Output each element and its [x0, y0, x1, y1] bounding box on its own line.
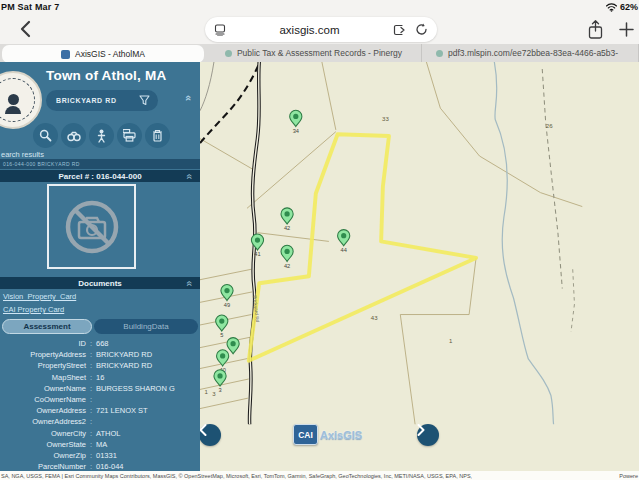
search-tool-icon[interactable]: [33, 123, 58, 148]
town-boundary-line: [542, 69, 562, 288]
tab-label: AxisGIS - AtholMA: [75, 49, 145, 59]
assessment-row: CoOwnerName:: [0, 394, 200, 405]
documents-heading: Documents: [78, 279, 122, 288]
result-pin-marker[interactable]: [281, 208, 293, 224]
url-text[interactable]: axisgis.com: [226, 24, 393, 36]
parcel-number-label: 26: [546, 122, 553, 129]
pan-right-button[interactable]: [417, 424, 439, 446]
result-pin-marker[interactable]: [217, 350, 229, 366]
map-canvas: Brickyard Rd 332643113 3442414244495403: [200, 62, 639, 480]
result-pin-marker[interactable]: [214, 370, 226, 386]
parcel-number-heading: Parcel # : 016-044-000: [58, 172, 141, 181]
tab-favicon-dot: [225, 50, 232, 57]
print-icon[interactable]: [117, 123, 142, 148]
marker-number-label: 34: [293, 128, 299, 134]
cai-axisgis-watermark: CAI AxisGIS: [293, 424, 362, 445]
collapse-section-icon[interactable]: «: [185, 281, 196, 287]
axisgis-wordmark: AxisGIS: [320, 429, 362, 441]
marker-number-label: 41: [254, 251, 260, 257]
assessment-row: OwnerState:MA: [0, 439, 200, 450]
trail-edge: [200, 62, 214, 111]
status-clock: PM Sat Mar 7: [0, 2, 59, 12]
address-bar[interactable]: axisgis.com: [205, 17, 437, 42]
tab-mlspin[interactable]: pdf3.mlspin.com/ee72bbea-83ea-4466-a5b3-: [422, 44, 639, 62]
parcel-number-label: 3: [212, 390, 216, 397]
trail-dashed: [200, 65, 258, 143]
parcel-number-label: 1: [449, 337, 453, 344]
vision-property-card-link[interactable]: Vision_Property_Card: [3, 292, 76, 301]
assessment-row: OwnerAddress:721 LENOX ST: [0, 405, 200, 416]
result-pin-marker[interactable]: [216, 315, 228, 331]
back-icon[interactable]: [14, 18, 36, 40]
tab-pinergy[interactable]: Public Tax & Assessment Records - Pinerg…: [206, 44, 422, 62]
town-seal-logo: [0, 71, 42, 129]
new-tab-icon[interactable]: [615, 17, 637, 41]
result-pin-marker[interactable]: [227, 338, 239, 354]
assessment-row: ParcelNumber:016-044: [0, 461, 200, 471]
result-pin-marker[interactable]: [290, 110, 302, 126]
attribution-powered-by: Powere: [619, 473, 639, 479]
search-result-row[interactable]: 016-044-000 BRICKYARD RD: [0, 159, 200, 169]
search-input[interactable]: [54, 96, 139, 105]
no-photo-placeholder: [47, 184, 136, 269]
search-results-label: earch results: [1, 150, 44, 159]
assessment-row: OwnerAddress2:: [0, 416, 200, 427]
assessment-row: PropertyStreet:BRICKYARD RD: [0, 360, 200, 371]
share-icon[interactable]: [583, 17, 607, 41]
page-title: Town of Athol, MA: [46, 68, 166, 83]
assessment-row: ID:668: [0, 338, 200, 349]
abutters-binoculars-icon[interactable]: [61, 123, 86, 148]
marker-number-label: 42: [284, 225, 290, 231]
map-attribution: SA, NGA, USGS, FEMA | Esri Community Map…: [0, 471, 639, 480]
documents-header-bar[interactable]: Documents «: [0, 277, 200, 289]
search-pill[interactable]: [46, 90, 158, 111]
marker-number-label: 44: [341, 247, 347, 253]
extensions-icon[interactable]: [393, 24, 407, 36]
marker-number-label: 49: [224, 302, 230, 308]
assessment-row: PropertyAddress:BRICKYARD RD: [0, 349, 200, 360]
tab-bar: AxisGIS - AtholMA Public Tax & Assessmen…: [0, 44, 639, 62]
streetview-pegman-icon[interactable]: [89, 123, 114, 148]
parcel-header-bar[interactable]: Parcel # : 016-044-000 «: [0, 170, 200, 182]
search-result-text: 016-044-000 BRICKYARD RD: [0, 161, 80, 167]
cai-logo-box: CAI: [293, 424, 318, 445]
marker-number-label: 42: [284, 263, 290, 269]
assessment-table: ID:668PropertyAddress:BRICKYARD RDProper…: [0, 338, 200, 471]
tab-favicon-dot: [436, 50, 443, 57]
parcel-number-label: 33: [382, 115, 389, 122]
result-pin-marker[interactable]: [281, 245, 293, 261]
tab-favicon-map: [61, 50, 70, 59]
cai-property-card-link[interactable]: CAI Property Card: [3, 305, 64, 314]
tab-label: pdf3.mlspin.com/ee72bbea-83ea-4466-a5b3-: [448, 48, 618, 58]
reader-icon[interactable]: [214, 24, 226, 36]
ipad-safari-screen: PM Sat Mar 7 62% axisgis.com: [0, 0, 639, 480]
marker-number-label: 3: [218, 387, 221, 393]
assessment-row: OwnerZip:01331: [0, 450, 200, 461]
filter-funnel-icon[interactable]: [139, 95, 150, 106]
gis-map[interactable]: Brickyard Rd 332643113 3442414244495403 …: [200, 62, 639, 480]
reload-icon[interactable]: [415, 23, 428, 36]
result-pin-marker[interactable]: [338, 230, 350, 246]
collapse-section-icon[interactable]: «: [185, 174, 196, 180]
sidebar-panel: Town of Athol, MA « earch: [0, 62, 200, 471]
attribution-text: SA, NGA, USGS, FEMA | Esri Community Map…: [0, 473, 472, 479]
trash-icon[interactable]: [145, 123, 170, 148]
tab-label: Public Tax & Assessment Records - Pinerg…: [237, 48, 402, 58]
parcel-number-label: 1: [204, 388, 208, 395]
assessment-row: OwnerName:BURGESS SHARON G: [0, 383, 200, 394]
no-camera-icon: [63, 198, 121, 256]
tab-assessment[interactable]: Assessment: [2, 319, 92, 334]
stream-line: [494, 62, 553, 424]
boundary-line-2: [571, 269, 574, 332]
pan-left-button[interactable]: [199, 424, 221, 446]
collapse-panel-icon[interactable]: «: [183, 95, 195, 101]
tab-axisgis[interactable]: AxisGIS - AtholMA: [2, 45, 204, 63]
wifi-icon: [606, 3, 617, 12]
tab-buildingdata[interactable]: BuildingData: [94, 319, 198, 334]
parcel-number-label: 43: [371, 314, 378, 321]
status-bar: PM Sat Mar 7 62%: [0, 0, 639, 14]
battery-percent: 62%: [620, 2, 638, 12]
marker-number-label: 5: [220, 332, 223, 338]
assessment-row: OwnerCity:ATHOL: [0, 428, 200, 439]
assessment-row: MapSheet:16: [0, 372, 200, 383]
